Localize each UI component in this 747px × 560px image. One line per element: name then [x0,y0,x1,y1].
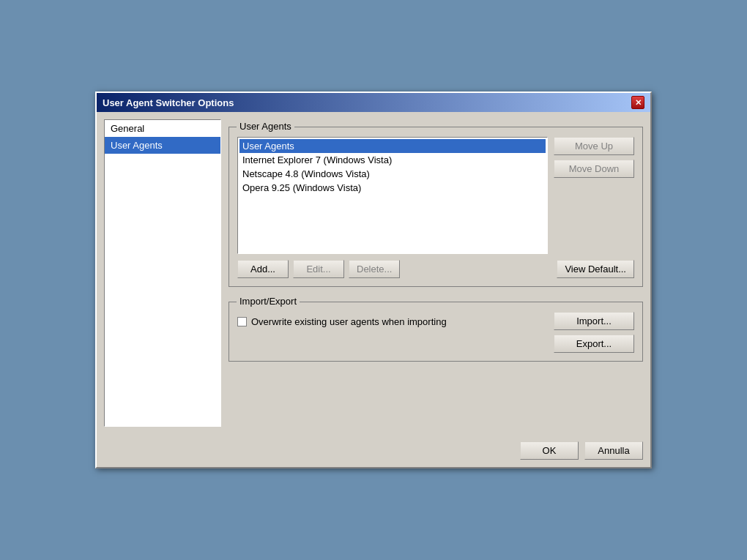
delete-button[interactable]: Delete... [349,260,400,278]
import-export-group-label: Import/Export [237,296,300,307]
dialog-window: User Agent Switcher Options ✕ General Us… [95,92,652,468]
sidebar-item-general[interactable]: General [105,120,220,137]
overwrite-label: Overwrite existing user agents when impo… [251,316,447,327]
import-export-group: Import/Export Overwrite existing user ag… [228,302,643,362]
list-item[interactable]: Netscape 4.8 (Windows Vista) [239,167,546,181]
list-item[interactable]: Internet Explorer 7 (Windows Vista) [239,153,546,167]
add-button[interactable]: Add... [237,260,289,278]
title-bar: User Agent Switcher Options ✕ [97,93,650,112]
move-down-button[interactable]: Move Down [554,160,634,178]
sidebar: General User Agents [104,119,221,427]
import-export-inner: Overwrite existing user agents when impo… [237,312,634,353]
move-up-button[interactable]: Move Up [554,137,634,155]
sidebar-item-user-agents[interactable]: User Agents [105,137,220,154]
agents-listbox[interactable]: User Agents Internet Explorer 7 (Windows… [237,137,548,254]
overwrite-row: Overwrite existing user agents when impo… [237,316,447,327]
dialog-body: General User Agents User Agents User [97,112,650,434]
dialog-footer: OK Annulla [97,434,650,467]
list-item[interactable]: Opera 9.25 (Windows Vista) [239,181,546,195]
user-agents-group-inner: User Agents Internet Explorer 7 (Windows… [230,128,642,285]
main-content: User Agents User Agents Internet Explore… [228,119,643,427]
agents-list-container: User Agents Internet Explorer 7 (Windows… [237,137,548,254]
agents-section: User Agents Internet Explorer 7 (Windows… [237,137,634,254]
user-agents-group: User Agents User Agents Internet Explore… [228,127,643,287]
cancel-button[interactable]: Annulla [584,441,643,460]
agents-side-buttons: Move Up Move Down [554,137,634,254]
dialog-title: User Agent Switcher Options [103,97,234,108]
close-button[interactable]: ✕ [631,96,644,109]
overwrite-checkbox[interactable] [237,317,247,326]
list-item[interactable]: User Agents [239,139,546,153]
edit-button[interactable]: Edit... [293,260,344,278]
export-button[interactable]: Export... [554,335,634,353]
import-export-group-inner: Overwrite existing user agents when impo… [230,303,642,360]
import-export-buttons: Import... Export... [554,312,634,353]
view-default-button[interactable]: View Default... [557,260,634,278]
user-agents-group-label: User Agents [237,121,294,132]
ok-button[interactable]: OK [520,441,579,460]
action-buttons: Add... Edit... Delete... View Default... [237,260,634,278]
import-button[interactable]: Import... [554,312,634,330]
